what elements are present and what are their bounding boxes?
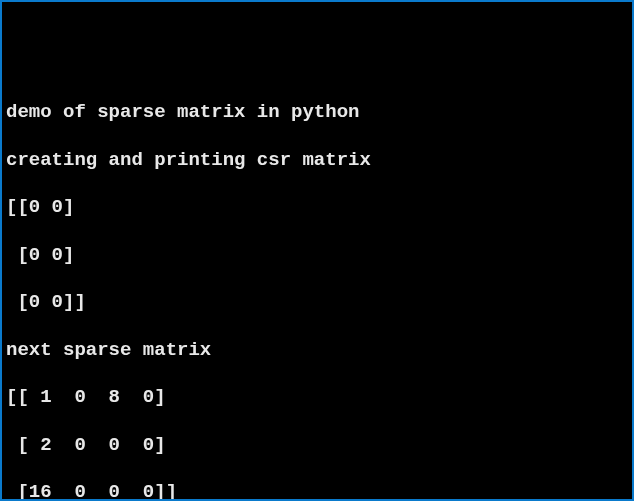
- output-line: next sparse matrix: [6, 339, 632, 363]
- output-line: [0 0]]: [6, 291, 632, 315]
- output-line: [16 0 0 0]]: [6, 481, 632, 501]
- output-line: demo of sparse matrix in python: [6, 101, 632, 125]
- output-line: [ 2 0 0 0]: [6, 434, 632, 458]
- output-line: creating and printing csr matrix: [6, 149, 632, 173]
- output-line: [0 0]: [6, 244, 632, 268]
- output-line: [[ 1 0 8 0]: [6, 386, 632, 410]
- output-line: [[0 0]: [6, 196, 632, 220]
